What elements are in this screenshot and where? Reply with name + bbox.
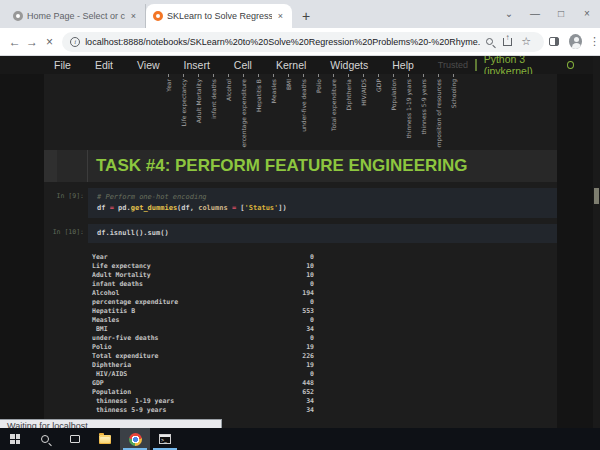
task-heading: TASK #4: PERFORM FEATURE ENGINEERING — [88, 150, 468, 182]
output-row: Polio19 — [92, 343, 314, 352]
new-tab-button[interactable]: + — [302, 8, 310, 24]
output-row: infant deaths0 — [92, 280, 314, 289]
menu-insert[interactable]: Insert — [184, 59, 210, 71]
tab-home-page[interactable]: Home Page - Select or create a n × — [6, 4, 146, 28]
output-value: 0 — [310, 334, 314, 343]
markdown-heading-cell[interactable]: TASK #4: PERFORM FEATURE ENGINEERING — [44, 150, 557, 182]
output-label: Measles — [92, 316, 119, 325]
output-label: infant deaths — [92, 280, 143, 289]
output-row: percentage expenditure0 — [92, 298, 314, 307]
tab-title: SKLearn to Solve Regression Prob — [167, 11, 272, 21]
url-text[interactable]: localhost:8888/notebooks/SKLearn%20to%20… — [85, 37, 480, 47]
code-cell-9[interactable]: In [9]: # Perform one-hot encoding df = … — [44, 188, 557, 218]
browser-toolbar: ← → × i localhost:8888/notebooks/SKLearn… — [0, 28, 600, 56]
tick-mark — [438, 74, 439, 77]
browser-menu-icon[interactable]: ⋮ — [589, 35, 600, 48]
tab-notebook[interactable]: SKLearn to Solve Regression Prob × — [146, 4, 292, 28]
output-value: 10 — [306, 271, 314, 280]
notebook-menubar: File Edit View Insert Cell Kernel Widget… — [0, 56, 600, 74]
notebook-viewport: File Edit View Insert Cell Kernel Widget… — [0, 56, 600, 428]
output-value: 448 — [302, 379, 314, 388]
output-row: under-five deaths0 — [92, 334, 314, 343]
output-value: 194 — [302, 289, 314, 298]
output-row: GDP448 — [92, 379, 314, 388]
code-cell-10[interactable]: In [10]: df.isnull().sum() — [44, 224, 557, 243]
zoom-icon[interactable] — [486, 38, 493, 45]
code-comment: # Perform one-hot encoding — [97, 193, 207, 201]
output-value: 19 — [306, 361, 314, 370]
output-value: 0 — [310, 298, 314, 307]
menu-widgets[interactable]: Widgets — [330, 59, 368, 71]
task-view-button[interactable] — [60, 428, 90, 450]
output-label: Diphtheria — [92, 361, 131, 370]
output-value: 226 — [302, 352, 314, 361]
jupyter-favicon — [13, 11, 23, 21]
terminal-taskbar-button[interactable] — [150, 428, 180, 450]
xtick: Total expenditure — [326, 74, 341, 131]
output-label: Alcohol — [92, 289, 119, 298]
xtick: GDP — [371, 74, 386, 92]
cell-gutter — [57, 150, 88, 182]
bookmark-star-icon[interactable]: ☆ — [521, 35, 531, 48]
windows-logo-icon — [10, 434, 20, 444]
tick-mark — [213, 74, 214, 77]
kernel-idle-icon — [567, 61, 574, 69]
site-info-icon[interactable]: i — [70, 37, 80, 47]
menu-file[interactable]: File — [54, 59, 71, 71]
xtick: thinness 5-9 years — [416, 74, 431, 135]
output-value: 10 — [306, 262, 314, 271]
selected-cell-indicator — [44, 150, 57, 182]
xtick: under-five deaths — [296, 74, 311, 132]
tick-mark — [423, 74, 424, 77]
xtick: Alcohol — [221, 74, 236, 101]
minimize-button[interactable]: — — [522, 8, 548, 19]
xtick: Polio — [311, 74, 326, 93]
output-label: under-five deaths — [92, 334, 159, 343]
output-value: 0 — [310, 316, 314, 325]
xtick: thinness 1-19 years — [401, 74, 416, 138]
menu-view[interactable]: View — [137, 59, 160, 71]
output-row: Alcohol194 — [92, 289, 314, 298]
share-icon[interactable] — [503, 38, 512, 46]
tick-mark — [363, 74, 364, 77]
maximize-button[interactable]: □ — [548, 8, 574, 19]
back-button[interactable]: ← — [6, 35, 23, 49]
menu-edit[interactable]: Edit — [95, 59, 113, 71]
xtick: HIV/AIDS — [356, 74, 371, 106]
output-row: Hepatitis B553 — [92, 307, 314, 316]
start-button[interactable] — [0, 428, 30, 450]
stop-button[interactable]: × — [41, 35, 58, 49]
tick-mark — [243, 74, 244, 77]
code-token: columns — [198, 204, 232, 212]
profile-avatar[interactable] — [569, 34, 582, 49]
menu-kernel[interactable]: Kernel — [276, 59, 306, 71]
address-bar[interactable]: i localhost:8888/notebooks/SKLearn%20to%… — [62, 32, 544, 52]
output-row: Adult Mortality10 — [92, 271, 314, 280]
output-label: thinness 1-19 years — [92, 397, 174, 406]
cell-output: Year0 Life expectancy10 Adult Mortality1… — [92, 253, 314, 415]
taskbar-search-button[interactable] — [30, 428, 60, 450]
tab-close-icon[interactable]: × — [276, 11, 285, 21]
output-label: HIV/AIDS — [92, 370, 127, 379]
code-editor[interactable]: df.isnull().sum() — [88, 224, 557, 243]
tab-search-icon[interactable]: ⌄ — [496, 8, 522, 19]
chrome-taskbar-button[interactable] — [120, 428, 150, 450]
file-explorer-button[interactable] — [90, 428, 120, 450]
output-row: Total expenditure226 — [92, 352, 314, 361]
forward-button[interactable]: → — [23, 35, 40, 49]
side-panel-icon[interactable] — [549, 37, 559, 46]
close-button[interactable]: × — [574, 8, 600, 19]
tab-close-icon[interactable]: × — [129, 11, 138, 21]
scrollbar-thumb[interactable] — [594, 188, 599, 204]
tick-mark — [408, 74, 409, 77]
menu-cell[interactable]: Cell — [234, 59, 252, 71]
notebook-content: Year Life expectancy Adult Mortality inf… — [44, 74, 557, 428]
output-label: percentage expenditure — [92, 298, 178, 307]
tick-mark — [198, 74, 199, 77]
tick-mark — [183, 74, 184, 77]
output-row: Population652 — [92, 388, 314, 397]
menu-help[interactable]: Help — [392, 59, 414, 71]
code-editor[interactable]: # Perform one-hot encoding df = pd.get_d… — [88, 188, 557, 218]
output-value: 0 — [310, 370, 314, 379]
scrollbar[interactable] — [593, 56, 600, 428]
